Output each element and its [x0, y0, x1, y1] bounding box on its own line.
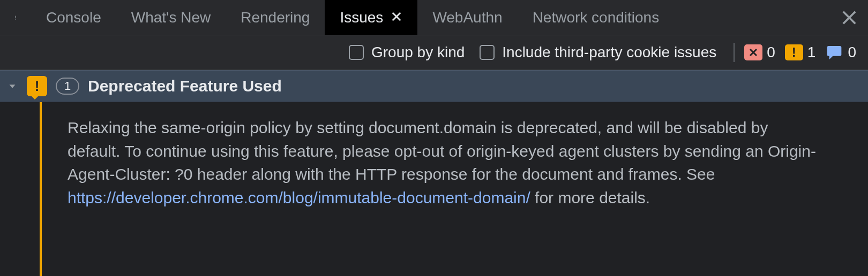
close-drawer-icon[interactable]	[830, 10, 868, 26]
issue-gutter	[0, 102, 43, 276]
toolbar-divider	[734, 43, 735, 62]
error-count[interactable]: 0	[744, 44, 775, 61]
tab-rendering[interactable]: Rendering	[226, 0, 325, 35]
tab-network-conditions[interactable]: Network conditions	[518, 0, 675, 35]
info-icon	[825, 44, 843, 60]
tab-list: Console What's New Rendering Issues WebA…	[31, 0, 674, 35]
info-count[interactable]: 0	[825, 44, 856, 61]
error-icon	[744, 44, 762, 60]
include-third-party-option[interactable]: Include third-party cookie issues	[480, 44, 716, 61]
checkbox-icon[interactable]	[480, 45, 495, 60]
issue-title: Deprecated Feature Used	[88, 77, 282, 95]
svg-point-0	[15, 16, 16, 17]
warning-icon: !	[785, 44, 803, 60]
issue-counts: 0 ! 1 0	[744, 44, 856, 61]
include-third-party-label: Include third-party cookie issues	[502, 44, 716, 61]
warning-bubble-icon: !	[27, 76, 47, 96]
close-icon[interactable]	[391, 9, 402, 26]
issues-toolbar: Group by kind Include third-party cookie…	[0, 35, 868, 70]
issue-learn-more-link[interactable]: https://developer.chrome.com/blog/immuta…	[68, 189, 530, 206]
issue-row-header[interactable]: ! 1 Deprecated Feature Used	[0, 70, 868, 102]
drawer-tabbar: Console What's New Rendering Issues WebA…	[0, 0, 868, 35]
issue-occurrence-count: 1	[56, 78, 79, 95]
more-tabs-icon[interactable]	[0, 11, 31, 25]
svg-point-2	[15, 18, 16, 19]
tab-webauthn[interactable]: WebAuthn	[417, 0, 517, 35]
warning-count[interactable]: ! 1	[785, 44, 816, 61]
issue-description: Relaxing the same-origin policy by setti…	[43, 102, 847, 276]
group-by-kind-option[interactable]: Group by kind	[349, 44, 465, 61]
svg-point-1	[15, 17, 16, 18]
tab-whats-new[interactable]: What's New	[116, 0, 226, 35]
checkbox-icon[interactable]	[349, 45, 364, 60]
tab-issues[interactable]: Issues	[325, 0, 417, 35]
issue-body: Relaxing the same-origin policy by setti…	[0, 102, 868, 276]
tab-console[interactable]: Console	[31, 0, 116, 35]
group-by-kind-label: Group by kind	[371, 44, 465, 61]
chevron-down-icon[interactable]	[6, 80, 18, 92]
